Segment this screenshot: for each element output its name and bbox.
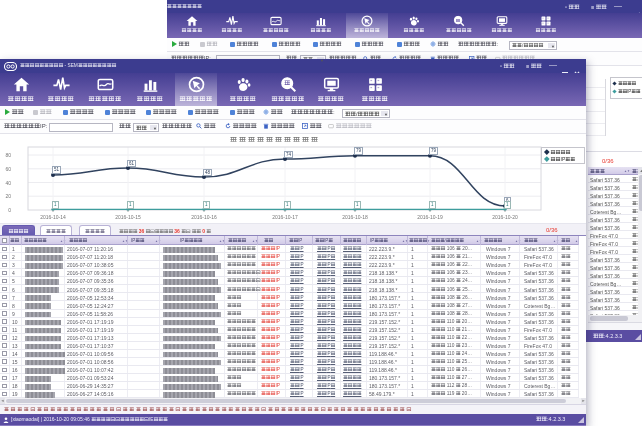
svg-text:词: 词 (284, 80, 290, 86)
svg-text:词: 词 (456, 18, 460, 23)
